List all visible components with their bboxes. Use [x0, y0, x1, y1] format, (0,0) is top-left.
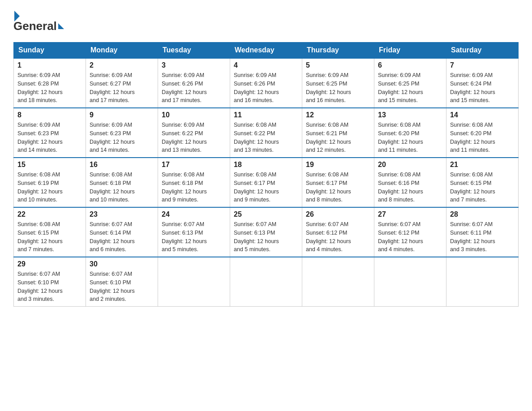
calendar-body: 1Sunrise: 6:09 AMSunset: 6:28 PMDaylight…	[14, 58, 519, 307]
day-info: Sunrise: 6:07 AMSunset: 6:12 PMDaylight:…	[378, 220, 442, 254]
table-row: 11Sunrise: 6:08 AMSunset: 6:22 PMDayligh…	[230, 108, 302, 158]
logo-triangle-icon	[58, 23, 64, 29]
col-tuesday: Tuesday	[158, 43, 230, 59]
day-number: 8	[17, 111, 82, 119]
table-row: 21Sunrise: 6:08 AMSunset: 6:15 PMDayligh…	[446, 158, 519, 207]
day-number: 12	[306, 111, 370, 119]
day-number: 9	[90, 111, 154, 119]
table-row: 3Sunrise: 6:09 AMSunset: 6:26 PMDaylight…	[158, 58, 230, 108]
day-number: 19	[306, 161, 370, 169]
table-row: 8Sunrise: 6:09 AMSunset: 6:23 PMDaylight…	[14, 108, 86, 158]
header-row: Sunday Monday Tuesday Wednesday Thursday…	[14, 43, 519, 59]
day-info: Sunrise: 6:07 AMSunset: 6:10 PMDaylight:…	[17, 270, 82, 304]
table-row: 20Sunrise: 6:08 AMSunset: 6:16 PMDayligh…	[374, 158, 446, 207]
day-info: Sunrise: 6:07 AMSunset: 6:12 PMDaylight:…	[306, 220, 370, 254]
table-row	[230, 257, 302, 307]
table-row: 24Sunrise: 6:07 AMSunset: 6:13 PMDayligh…	[158, 207, 230, 257]
day-info: Sunrise: 6:08 AMSunset: 6:16 PMDaylight:…	[378, 171, 442, 204]
table-row: 12Sunrise: 6:08 AMSunset: 6:21 PMDayligh…	[302, 108, 374, 158]
table-row: 1Sunrise: 6:09 AMSunset: 6:28 PMDaylight…	[14, 58, 86, 108]
day-number: 17	[162, 161, 226, 169]
day-number: 10	[162, 111, 226, 119]
table-row: 2Sunrise: 6:09 AMSunset: 6:27 PMDaylight…	[86, 58, 158, 108]
col-sunday: Sunday	[14, 43, 86, 59]
calendar-week-row: 8Sunrise: 6:09 AMSunset: 6:23 PMDaylight…	[14, 108, 519, 158]
table-row: 14Sunrise: 6:08 AMSunset: 6:20 PMDayligh…	[446, 108, 519, 158]
table-row	[158, 257, 230, 307]
day-number: 2	[90, 61, 154, 69]
day-info: Sunrise: 6:09 AMSunset: 6:25 PMDaylight:…	[378, 71, 442, 105]
day-info: Sunrise: 6:07 AMSunset: 6:13 PMDaylight:…	[234, 220, 298, 254]
day-number: 23	[90, 210, 154, 218]
day-number: 22	[17, 210, 82, 218]
day-info: Sunrise: 6:09 AMSunset: 6:23 PMDaylight:…	[17, 121, 82, 154]
col-wednesday: Wednesday	[230, 43, 302, 59]
day-info: Sunrise: 6:08 AMSunset: 6:17 PMDaylight:…	[306, 171, 370, 204]
day-number: 6	[378, 61, 442, 69]
day-info: Sunrise: 6:08 AMSunset: 6:22 PMDaylight:…	[234, 121, 298, 154]
day-info: Sunrise: 6:07 AMSunset: 6:13 PMDaylight:…	[162, 220, 226, 254]
table-row: 17Sunrise: 6:08 AMSunset: 6:18 PMDayligh…	[158, 158, 230, 207]
day-info: Sunrise: 6:08 AMSunset: 6:17 PMDaylight:…	[234, 171, 298, 204]
day-number: 11	[234, 111, 298, 119]
table-row: 25Sunrise: 6:07 AMSunset: 6:13 PMDayligh…	[230, 207, 302, 257]
table-row	[446, 257, 519, 307]
day-info: Sunrise: 6:09 AMSunset: 6:26 PMDaylight:…	[234, 71, 298, 105]
page-header: General	[13, 9, 519, 33]
calendar-week-row: 22Sunrise: 6:08 AMSunset: 6:15 PMDayligh…	[14, 207, 519, 257]
table-row	[302, 257, 374, 307]
day-info: Sunrise: 6:07 AMSunset: 6:10 PMDaylight:…	[90, 270, 154, 304]
day-number: 21	[450, 161, 515, 169]
day-info: Sunrise: 6:08 AMSunset: 6:15 PMDaylight:…	[17, 220, 82, 254]
table-row: 26Sunrise: 6:07 AMSunset: 6:12 PMDayligh…	[302, 207, 374, 257]
day-number: 29	[17, 260, 82, 268]
day-info: Sunrise: 6:08 AMSunset: 6:20 PMDaylight:…	[450, 121, 515, 154]
day-number: 20	[378, 161, 442, 169]
day-info: Sunrise: 6:09 AMSunset: 6:23 PMDaylight:…	[90, 121, 154, 154]
table-row: 10Sunrise: 6:09 AMSunset: 6:22 PMDayligh…	[158, 108, 230, 158]
day-info: Sunrise: 6:08 AMSunset: 6:15 PMDaylight:…	[450, 171, 515, 204]
day-info: Sunrise: 6:09 AMSunset: 6:28 PMDaylight:…	[17, 71, 82, 105]
day-number: 27	[378, 210, 442, 218]
calendar-week-row: 29Sunrise: 6:07 AMSunset: 6:10 PMDayligh…	[14, 257, 519, 307]
table-row: 29Sunrise: 6:07 AMSunset: 6:10 PMDayligh…	[14, 257, 86, 307]
table-row: 9Sunrise: 6:09 AMSunset: 6:23 PMDaylight…	[86, 108, 158, 158]
table-row: 22Sunrise: 6:08 AMSunset: 6:15 PMDayligh…	[14, 207, 86, 257]
calendar-table: Sunday Monday Tuesday Wednesday Thursday…	[13, 42, 519, 307]
day-info: Sunrise: 6:09 AMSunset: 6:24 PMDaylight:…	[450, 71, 515, 105]
day-number: 1	[17, 61, 82, 69]
day-number: 13	[378, 111, 442, 119]
table-row: 28Sunrise: 6:07 AMSunset: 6:11 PMDayligh…	[446, 207, 519, 257]
day-number: 14	[450, 111, 515, 119]
table-row: 18Sunrise: 6:08 AMSunset: 6:17 PMDayligh…	[230, 158, 302, 207]
day-info: Sunrise: 6:09 AMSunset: 6:25 PMDaylight:…	[306, 71, 370, 105]
day-info: Sunrise: 6:09 AMSunset: 6:22 PMDaylight:…	[162, 121, 226, 154]
calendar-week-row: 1Sunrise: 6:09 AMSunset: 6:28 PMDaylight…	[14, 58, 519, 108]
day-info: Sunrise: 6:08 AMSunset: 6:18 PMDaylight:…	[90, 171, 154, 204]
day-number: 30	[90, 260, 154, 268]
table-row	[374, 257, 446, 307]
day-info: Sunrise: 6:09 AMSunset: 6:26 PMDaylight:…	[162, 71, 226, 105]
day-number: 3	[162, 61, 226, 69]
col-friday: Friday	[374, 43, 446, 59]
table-row: 16Sunrise: 6:08 AMSunset: 6:18 PMDayligh…	[86, 158, 158, 207]
day-number: 28	[450, 210, 515, 218]
logo: General	[13, 9, 65, 33]
day-info: Sunrise: 6:07 AMSunset: 6:14 PMDaylight:…	[90, 220, 154, 254]
day-info: Sunrise: 6:08 AMSunset: 6:18 PMDaylight:…	[162, 171, 226, 204]
day-number: 26	[306, 210, 370, 218]
col-monday: Monday	[86, 43, 158, 59]
col-thursday: Thursday	[302, 43, 374, 59]
table-row: 4Sunrise: 6:09 AMSunset: 6:26 PMDaylight…	[230, 58, 302, 108]
day-number: 24	[162, 210, 226, 218]
table-row: 19Sunrise: 6:08 AMSunset: 6:17 PMDayligh…	[302, 158, 374, 207]
calendar-week-row: 15Sunrise: 6:08 AMSunset: 6:19 PMDayligh…	[14, 158, 519, 207]
day-number: 16	[90, 161, 154, 169]
day-number: 25	[234, 210, 298, 218]
day-info: Sunrise: 6:08 AMSunset: 6:19 PMDaylight:…	[17, 171, 82, 204]
table-row: 15Sunrise: 6:08 AMSunset: 6:19 PMDayligh…	[14, 158, 86, 207]
table-row: 7Sunrise: 6:09 AMSunset: 6:24 PMDaylight…	[446, 58, 519, 108]
table-row: 30Sunrise: 6:07 AMSunset: 6:10 PMDayligh…	[86, 257, 158, 307]
day-number: 5	[306, 61, 370, 69]
table-row: 6Sunrise: 6:09 AMSunset: 6:25 PMDaylight…	[374, 58, 446, 108]
